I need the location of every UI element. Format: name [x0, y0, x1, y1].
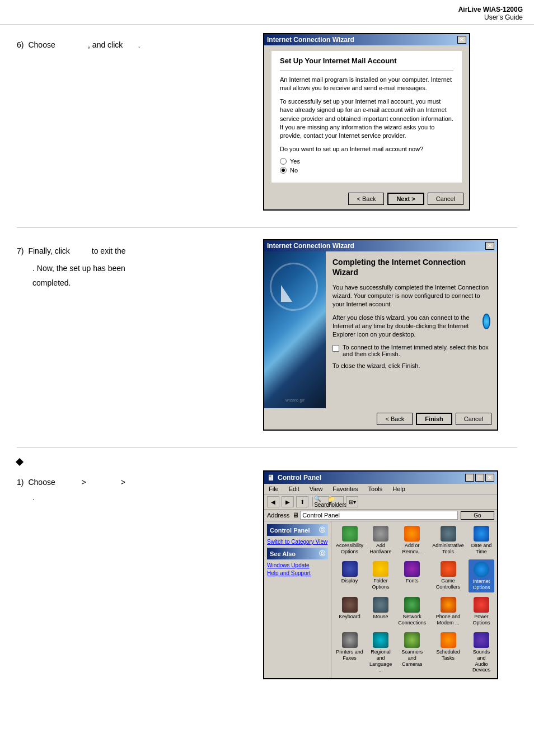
cp-icon-keyboard[interactable]: Keyboard	[334, 595, 365, 628]
cp-maximize-btn[interactable]: □	[475, 474, 484, 482]
cp-icon-useraccounts[interactable]: User Accounts	[430, 678, 466, 678]
cp-icon-speech[interactable]: Speech	[334, 678, 365, 678]
cp-icon-img-phoneandmodem...	[441, 597, 456, 613]
divider-2	[17, 447, 517, 448]
icw-dialog-6-title: Internet Connection Wizard	[267, 36, 354, 44]
cp-back-btn[interactable]: ◀	[267, 496, 279, 507]
cp-icon-label: Game Controllers	[436, 578, 461, 590]
cp-menu-edit[interactable]: Edit	[287, 485, 301, 493]
cp-icon-regionalandlanguage...[interactable]: Regional and Language ...	[368, 631, 394, 675]
cp-icon-display[interactable]: Display	[334, 559, 365, 593]
cp-icon-img-poweroptions	[474, 597, 489, 613]
next-btn-6[interactable]: Next >	[387, 193, 424, 205]
finish-btn-7[interactable]: Finish	[416, 413, 452, 425]
cp-search-btn[interactable]: 🔍 Search	[317, 496, 329, 507]
step-7-label: 7) Finally, click to exit the	[17, 245, 252, 257]
cp-icon-poweroptions[interactable]: Power Options	[469, 595, 494, 628]
cp-sidebar-toggle[interactable]: ⓪	[319, 526, 325, 534]
cancel-btn-7[interactable]: Cancel	[456, 413, 491, 425]
cp-icon-gamecontrollers[interactable]: Game Controllers	[430, 559, 466, 593]
step-cp-label: 1) Choose > >	[17, 476, 252, 488]
cp-see-also-toggle[interactable]: ⓪	[319, 549, 325, 558]
back-btn-6[interactable]: < Back	[348, 193, 384, 205]
cp-up-btn[interactable]: ⬆	[296, 496, 308, 507]
icw-body1: An Internet mail program is installed on…	[280, 76, 453, 93]
radio-yes-circle[interactable]	[280, 158, 287, 165]
cancel-btn-6[interactable]: Cancel	[428, 193, 463, 205]
cp-main: Accessibility OptionsAdd HardwareAdd or …	[331, 521, 497, 678]
cp-menu-tools[interactable]: Tools	[367, 485, 385, 493]
cp-folders-btn[interactable]: 📁 Folders	[331, 496, 344, 507]
cp-icon-folderoptions[interactable]: Folder Options	[368, 559, 394, 593]
cp-icon-addorremov...[interactable]: Add or Remov...	[396, 524, 428, 557]
connect-checkbox[interactable]	[332, 345, 339, 352]
cp-icon-mouse[interactable]: Mouse	[368, 595, 394, 628]
product-name: AirLive WIAS-1200G	[458, 6, 523, 13]
cp-icon-label: Scheduled Tasks	[436, 649, 460, 661]
ie-icon	[483, 314, 490, 329]
step-7-line2: . Now, the set up has been	[17, 262, 252, 274]
section-7: 7) Finally, click to exit the . Now, the…	[17, 239, 517, 431]
cp-windows-update-link[interactable]: Windows Update	[267, 562, 328, 568]
page-header: AirLive WIAS-1200G User's Guide	[0, 0, 534, 25]
cp-menu-favorites[interactable]: Favorites	[331, 485, 359, 493]
cp-icon-fonts[interactable]: Fonts	[396, 559, 428, 593]
step-cp-blank1	[58, 478, 79, 487]
radio-yes[interactable]: Yes	[280, 158, 453, 165]
step-cp-line2: .	[17, 493, 252, 502]
completing-body2: After you close this wizard, you can con…	[332, 314, 490, 339]
cp-icon-dateandtime[interactable]: Date and Time	[469, 524, 494, 557]
radio-no-circle[interactable]	[280, 167, 287, 174]
cp-icon-img-scannersandcameras	[404, 632, 420, 648]
cp-icon-scannersandcameras[interactable]: Scanners and Cameras	[396, 631, 428, 675]
icw-dialog-6-subtitle: Set Up Your Internet Mail Account	[280, 57, 453, 65]
step-6-choose: Choose	[28, 40, 55, 49]
icw-body2: To successfully set up your Internet mai…	[280, 97, 453, 141]
cp-icon-label: Network Connections	[398, 614, 426, 626]
cp-icon-scheduledtasks[interactable]: Scheduled Tasks	[430, 631, 466, 675]
cp-icon-accessibilityoptions[interactable]: Accessibility Options	[334, 524, 365, 557]
cp-help-support-link[interactable]: Help and Support	[267, 570, 328, 576]
radio-no[interactable]: No	[280, 167, 453, 174]
cp-icon-phoneandmodem...[interactable]: Phone and Modem ...	[430, 595, 466, 628]
completing-text-area: Completing the Internet Connection Wizar…	[326, 251, 497, 408]
step-7-finally: Finally, click	[28, 246, 69, 255]
cp-close-btn[interactable]: ✕	[485, 474, 494, 482]
back-btn-7[interactable]: < Back	[377, 413, 413, 425]
step-cp-choose: Choose	[28, 478, 55, 487]
section-cp-text: 1) Choose > > .	[17, 470, 263, 501]
cp-icon-img-addorremov...	[404, 526, 420, 542]
cp-menu-file[interactable]: File	[267, 485, 280, 493]
cp-icon-system[interactable]: System	[368, 678, 394, 678]
step-6-text: Choose , and click .	[28, 39, 140, 51]
cp-menu-view[interactable]: View	[308, 485, 325, 493]
cp-icon-label: Folder Options	[369, 578, 392, 590]
icw-dialog-6: Internet Connection Wizard ✕ Set Up Your…	[263, 33, 470, 211]
cp-minimize-btn[interactable]: _	[465, 474, 474, 482]
cp-icon-administrativetools[interactable]: Administrative Tools	[430, 524, 466, 557]
close-btn-6[interactable]: ✕	[457, 36, 466, 44]
completing-body1: You have successfully completed the Inte…	[332, 283, 490, 309]
cp-forward-btn[interactable]: ▶	[282, 496, 294, 507]
cp-icon-taskbarandstart...[interactable]: Taskbar and Start ...	[396, 678, 428, 678]
cp-icon-vmwaretools[interactable]: VMware Tools	[469, 678, 494, 678]
close-btn-7[interactable]: ✕	[485, 242, 494, 250]
cp-sidebar-link[interactable]: Switch to Category View	[267, 539, 328, 545]
cp-icon-img-regionalandlanguage...	[373, 632, 388, 648]
cp-icon-label: Phone and Modem ...	[436, 614, 461, 626]
cp-icon-label: Printers and Faxes	[336, 649, 363, 661]
cp-address-value[interactable]: Control Panel	[300, 511, 458, 520]
cp-views-btn[interactable]: ⊞▾	[346, 496, 358, 507]
cp-icon-internetoptions[interactable]: Internet Options	[469, 559, 494, 593]
cp-icon-label: Add Hardware	[370, 543, 392, 555]
cp-icon-addhardware[interactable]: Add Hardware	[368, 524, 394, 557]
checkbox-row[interactable]: To connect to the Internet immediately, …	[332, 344, 490, 357]
cp-menu-help[interactable]: Help	[391, 485, 407, 493]
step-7-completed: completed.	[32, 278, 71, 287]
cp-icon-label: Power Options	[470, 614, 493, 626]
cp-go-btn[interactable]: Go	[461, 511, 494, 520]
cp-icon-printersandfaxes[interactable]: Printers and Faxes	[334, 631, 365, 675]
cp-icon-soundsandaudiodevices[interactable]: Sounds and Audio Devices	[469, 631, 494, 675]
cp-body: Control Panel ⓪ Switch to Category View …	[264, 521, 497, 678]
cp-icon-networkconnections[interactable]: Network Connections	[396, 595, 428, 628]
